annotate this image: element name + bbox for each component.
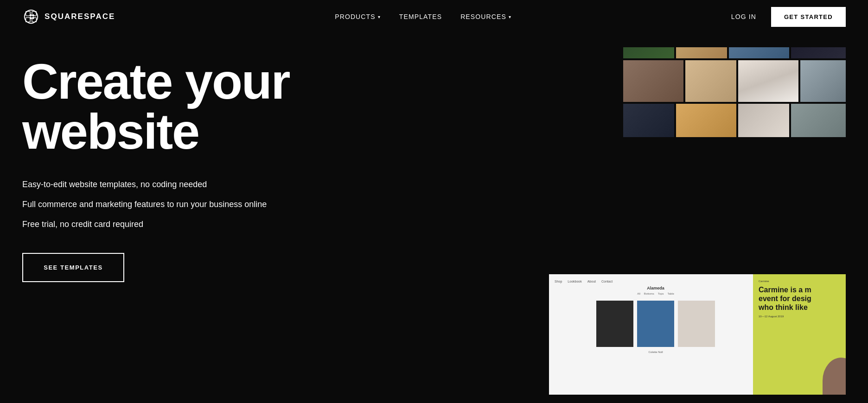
product-item-blue [637, 301, 674, 347]
product-item-light [678, 301, 715, 347]
feature-1: Easy-to-edit website templates, no codin… [22, 179, 475, 190]
see-templates-button[interactable]: SEE TEMPLATES [22, 253, 124, 282]
gallery-tile [800, 60, 846, 102]
feature-2: Full commerce and marketing features to … [22, 199, 475, 210]
alameda-nav: Shop Lookbook About Contact [555, 280, 757, 283]
gallery-tile [791, 104, 846, 137]
hero-features: Easy-to-edit website templates, no codin… [22, 179, 475, 231]
gallery-tile [729, 47, 789, 58]
gallery-tile [623, 60, 683, 102]
gallery-row-3 [623, 104, 846, 137]
nav-right: LOG IN GET STARTED [731, 7, 846, 27]
carmine-date: 10—12 August 2019 [759, 315, 846, 318]
login-link[interactable]: LOG IN [731, 13, 756, 20]
hero-right: Shop Lookbook About Contact Alameda All … [475, 47, 846, 399]
alameda-title: Alameda [555, 286, 757, 290]
gallery-tile [685, 60, 736, 102]
alameda-mockup: Shop Lookbook About Contact Alameda All … [549, 274, 762, 395]
gallery-tile [623, 47, 674, 58]
gallery-row-2 [623, 60, 846, 102]
feature-3: Free trial, no credit card required [22, 219, 475, 230]
navbar: SQUARESPACE PRODUCTS ▾ TEMPLATES RESOURC… [0, 0, 868, 33]
photo-gallery-grid [623, 47, 846, 139]
squarespace-logo-icon [22, 8, 40, 25]
carmine-template-card: Carmine Carmine is a mevent for desigwho… [753, 274, 846, 399]
gallery-tile [676, 47, 727, 58]
carmine-mockup: Carmine Carmine is a mevent for desigwho… [753, 274, 846, 395]
carmine-heading: Carmine is a mevent for desigwho think l… [759, 285, 846, 312]
nav-templates[interactable]: TEMPLATES [399, 13, 442, 20]
gallery-tile [791, 47, 846, 58]
alameda-products [555, 301, 757, 347]
brand-name: SQUARESPACE [45, 12, 115, 21]
alameda-filters: All Bottoms Tops Table [555, 292, 757, 295]
gallery-tile [676, 104, 736, 137]
hero-section: Create your website Easy-to-edit website… [0, 33, 868, 399]
alameda-brand-name: Colette Noll [555, 351, 757, 353]
chevron-down-icon-2: ▾ [509, 14, 511, 19]
nav-products[interactable]: PRODUCTS ▾ [335, 13, 381, 20]
get-started-button[interactable]: GET STARTED [771, 7, 846, 27]
gallery-tile [623, 104, 674, 137]
hero-title: Create your website [22, 57, 475, 157]
hero-left: Create your website Easy-to-edit website… [22, 47, 475, 399]
carmine-tag: Carmine [759, 280, 846, 283]
product-item-dark [596, 301, 633, 347]
alameda-template-card: Shop Lookbook About Contact Alameda All … [549, 274, 762, 399]
gallery-tile [738, 60, 798, 102]
nav-links: PRODUCTS ▾ TEMPLATES RESOURCES ▾ [335, 13, 511, 20]
gallery-tile [738, 104, 789, 137]
chevron-down-icon: ▾ [378, 14, 381, 19]
gallery-row-1 [623, 47, 846, 58]
logo-area[interactable]: SQUARESPACE [22, 8, 115, 25]
carmine-person-image [823, 358, 846, 395]
nav-resources[interactable]: RESOURCES ▾ [460, 13, 511, 20]
